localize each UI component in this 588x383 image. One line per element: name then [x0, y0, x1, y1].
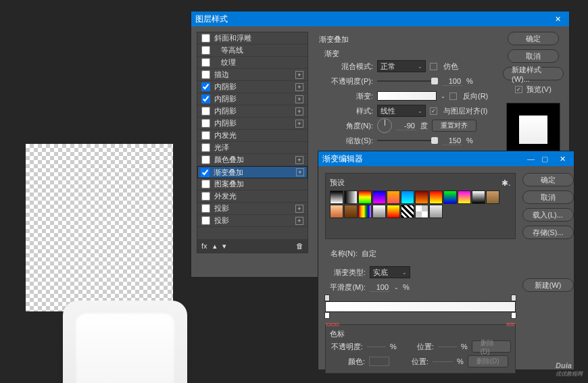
effect-checkbox[interactable] — [201, 46, 210, 55]
dither-checkbox[interactable] — [430, 63, 437, 70]
add-effect-icon[interactable]: + — [295, 71, 303, 79]
gradient-preview[interactable] — [377, 91, 437, 101]
preset-swatch[interactable] — [358, 205, 372, 218]
gradient-bar[interactable]: f0f0f0 ffffff — [325, 301, 516, 312]
scale-value[interactable]: 150 — [442, 136, 462, 145]
add-effect-icon[interactable]: + — [295, 205, 303, 213]
add-effect-icon[interactable]: + — [296, 168, 304, 176]
preset-swatch[interactable] — [344, 190, 358, 204]
ok-button[interactable]: 确定 — [508, 32, 559, 45]
opacity-stop-right[interactable] — [511, 295, 516, 301]
effect-checkbox[interactable] — [201, 82, 210, 91]
grad-close-icon[interactable]: ✕ — [555, 155, 570, 163]
grad-ok-button[interactable]: 确定 — [522, 173, 574, 186]
preset-swatch[interactable] — [387, 205, 400, 218]
cancel-button[interactable]: 取消 — [508, 49, 559, 63]
arrow-down-icon[interactable]: ▾ — [222, 242, 226, 251]
preset-swatch[interactable] — [415, 190, 428, 204]
color-stop-right[interactable] — [511, 312, 516, 319]
gradient-type-select[interactable]: 实底⌄ — [370, 266, 410, 278]
preset-swatch[interactable] — [415, 205, 428, 218]
effect-checkbox[interactable] — [201, 216, 210, 225]
effect-row[interactable]: 斜面和浮雕 — [197, 32, 308, 45]
preset-swatch[interactable] — [429, 190, 443, 204]
effect-checkbox[interactable] — [201, 119, 210, 128]
effect-row[interactable]: 内阴影+ — [197, 93, 308, 105]
effect-row[interactable]: 描边+ — [197, 69, 308, 81]
effect-row[interactable]: 图案叠加 — [197, 178, 308, 190]
preset-swatch[interactable] — [344, 205, 358, 218]
reset-align-button[interactable]: 重置对齐 — [432, 120, 476, 132]
preset-swatch[interactable] — [486, 190, 499, 204]
gradient-name[interactable]: 自定 — [362, 249, 516, 259]
preset-swatch[interactable] — [429, 205, 443, 218]
grad-titlebar[interactable]: 渐变编辑器 — ▢ ✕ — [318, 151, 574, 166]
effect-row[interactable]: 内发光 — [197, 130, 308, 142]
effect-checkbox[interactable] — [201, 155, 210, 164]
effect-checkbox[interactable] — [201, 131, 210, 140]
titlebar[interactable]: 图层样式 ✕ — [191, 11, 569, 26]
arrow-up-icon[interactable]: ▴ — [213, 242, 217, 251]
effect-checkbox[interactable] — [201, 70, 210, 79]
effect-checkbox[interactable] — [201, 107, 210, 116]
effect-row[interactable]: 投影+ — [197, 215, 308, 227]
effect-row[interactable]: 纹理 — [197, 57, 308, 69]
add-effect-icon[interactable]: + — [295, 107, 303, 116]
effect-row[interactable]: 颜色叠加+ — [197, 154, 308, 166]
effect-row[interactable]: 外发光 — [197, 190, 308, 203]
effect-row[interactable]: 等高线 — [197, 45, 308, 57]
effect-checkbox[interactable] — [201, 204, 210, 213]
opacity-stop-left[interactable] — [324, 295, 330, 301]
angle-value[interactable]: -90 — [396, 122, 416, 130]
effect-row[interactable]: 内阴影+ — [197, 81, 308, 93]
reverse-checkbox[interactable] — [449, 93, 457, 100]
effect-row[interactable]: 渐变叠加+ — [197, 166, 308, 178]
effect-row[interactable]: 投影+ — [197, 203, 308, 215]
effect-checkbox[interactable] — [201, 143, 210, 152]
maximize-icon[interactable]: ▢ — [541, 155, 548, 163]
new-gradient-button[interactable]: 新建(W) — [522, 278, 574, 292]
close-icon[interactable]: ✕ — [550, 15, 565, 24]
effect-checkbox[interactable] — [201, 168, 210, 177]
smoothness-value[interactable]: 100 — [370, 283, 390, 292]
add-effect-icon[interactable]: + — [295, 156, 303, 164]
effect-checkbox[interactable] — [201, 34, 210, 43]
opacity-value[interactable]: 100 — [442, 77, 462, 86]
preset-swatch[interactable] — [401, 205, 414, 218]
style-select[interactable]: 线性⌄ — [377, 105, 426, 117]
effect-row[interactable]: 光泽 — [197, 142, 308, 154]
add-effect-icon[interactable]: + — [295, 95, 303, 103]
trash-icon[interactable]: 🗑 — [296, 242, 303, 250]
preset-swatch[interactable] — [401, 190, 414, 204]
new-style-button[interactable]: 新建样式(W)... — [503, 67, 564, 80]
preset-swatch[interactable] — [330, 205, 343, 218]
preset-swatch[interactable] — [372, 205, 386, 218]
effect-row[interactable]: 内阴影+ — [197, 118, 308, 130]
preview-checkbox[interactable]: ✓ — [515, 86, 522, 93]
effect-checkbox[interactable] — [201, 180, 210, 188]
preset-swatch[interactable] — [387, 190, 400, 204]
minimize-icon[interactable]: — — [527, 155, 535, 163]
effect-row[interactable]: 内阴影+ — [197, 105, 308, 118]
effect-checkbox[interactable] — [201, 192, 210, 201]
scale-slider[interactable] — [377, 136, 438, 145]
effect-checkbox[interactable] — [201, 95, 210, 103]
save-button[interactable]: 存储(S)... — [522, 226, 574, 239]
preset-swatch[interactable] — [458, 190, 471, 204]
load-button[interactable]: 载入(L)... — [522, 208, 574, 222]
effect-checkbox[interactable] — [201, 58, 210, 67]
gear-icon[interactable]: ✱. — [501, 178, 510, 188]
color-stop-left[interactable] — [324, 312, 330, 319]
add-effect-icon[interactable]: + — [295, 83, 303, 91]
add-effect-icon[interactable]: + — [295, 120, 303, 128]
preset-swatch[interactable] — [372, 190, 386, 204]
preset-swatch[interactable] — [472, 190, 485, 204]
add-effect-icon[interactable]: + — [295, 217, 303, 225]
blend-mode-select[interactable]: 正常⌄ — [377, 60, 426, 72]
grad-cancel-button[interactable]: 取消 — [522, 190, 574, 204]
align-checkbox[interactable]: ✓ — [430, 107, 437, 115]
opacity-slider[interactable] — [377, 76, 438, 86]
preset-swatch[interactable] — [330, 190, 343, 204]
angle-dial[interactable] — [377, 118, 392, 133]
preset-swatch[interactable] — [358, 190, 372, 204]
